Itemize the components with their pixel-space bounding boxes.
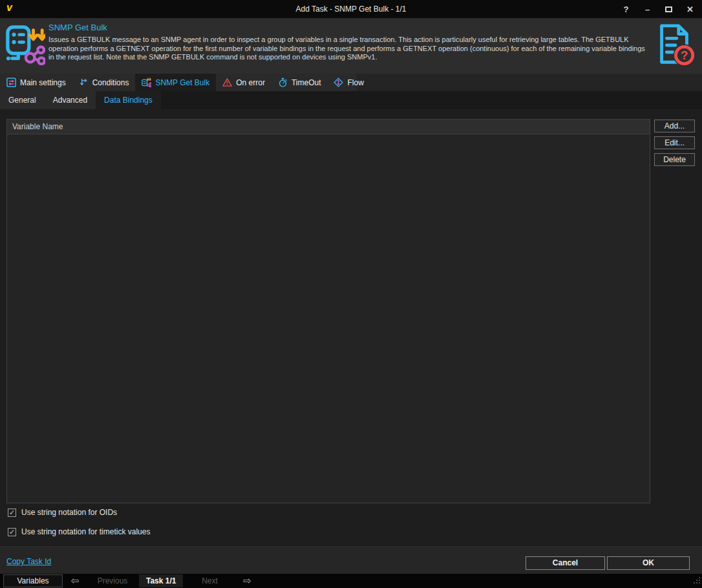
variable-table[interactable]: Variable Name [6, 119, 650, 503]
variables-button[interactable]: Variables [3, 574, 63, 587]
cancel-button[interactable]: Cancel [526, 556, 605, 570]
main-tab-strip: Main settings Conditions [0, 74, 357, 91]
add-button[interactable]: Add... [654, 120, 695, 132]
tab-label: On error [236, 78, 265, 87]
variable-name-column-header[interactable]: Variable Name [7, 120, 650, 134]
task-header: SNMP Get Bulk Issues a GETBULK message t… [0, 18, 702, 74]
minimize-icon[interactable]: – [637, 0, 658, 18]
tab-label: Main settings [20, 78, 66, 87]
delete-button[interactable]: Delete [654, 153, 695, 166]
copy-task-id-link[interactable]: Copy Task Id [6, 557, 51, 566]
close-icon[interactable]: ✕ [679, 0, 701, 18]
oid-notation-label: Use string notation for OIDs [21, 508, 117, 517]
sub-tab-bar: General Advanced Data Bindings [0, 91, 702, 109]
subtab-advanced[interactable]: Advanced [45, 91, 96, 109]
add-task-dialog: v Add Task - SNMP Get Bulk - 1/1 ? – ✕ [0, 0, 702, 588]
stopwatch-icon [278, 78, 288, 87]
task-navigation-bar: Variables ⇦ Previous Task 1/1 Next ⇨ [0, 574, 702, 588]
oid-notation-row: ✓ Use string notation for OIDs [8, 508, 117, 517]
task-pager: ⇦ Previous Task 1/1 Next ⇨ [64, 574, 258, 587]
oid-notation-checkbox[interactable]: ✓ [8, 509, 16, 517]
next-button[interactable]: Next [183, 576, 236, 585]
data-bindings-panel: Variable Name Add... Edit... Delete ✓ Us… [0, 109, 702, 547]
documentation-help-icon[interactable]: ? [652, 22, 697, 71]
ok-button[interactable]: OK [607, 556, 690, 570]
snmp-mini-icon [142, 78, 151, 87]
snmp-task-icon [5, 25, 45, 68]
previous-arrow-icon[interactable]: ⇦ [64, 575, 86, 587]
current-task-tab[interactable]: Task 1/1 [139, 574, 183, 587]
tab-label: TimeOut [292, 78, 321, 87]
timetick-notation-label: Use string notation for timetick values [21, 527, 150, 536]
task-header-text: SNMP Get Bulk Issues a GETBULK message t… [48, 23, 650, 62]
next-arrow-icon[interactable]: ⇨ [236, 575, 258, 587]
variable-table-body[interactable] [7, 134, 650, 503]
task-title: SNMP Get Bulk [48, 23, 650, 32]
flow-diamond-icon [334, 78, 343, 87]
title-bar: v Add Task - SNMP Get Bulk - 1/1 ? – ✕ [0, 0, 702, 18]
window-controls: ? – ✕ [615, 0, 701, 18]
subtab-data-bindings[interactable]: Data Bindings [96, 91, 161, 109]
main-tab-bar: Main settings Conditions [0, 74, 702, 91]
timetick-notation-row: ✓ Use string notation for timetick value… [8, 527, 150, 536]
tab-label: SNMP Get Bulk [155, 78, 209, 87]
tab-conditions[interactable]: Conditions [72, 74, 136, 91]
edit-button[interactable]: Edit... [654, 136, 695, 149]
branch-arrow-icon [79, 78, 89, 87]
svg-text:?: ? [681, 48, 688, 62]
timetick-notation-checkbox[interactable]: ✓ [8, 528, 16, 536]
task-description: Issues a GETBULK message to an SNMP agen… [48, 36, 650, 62]
tab-flow[interactable]: Flow [327, 74, 370, 91]
tab-on-error[interactable]: On error [216, 74, 271, 91]
resize-grip[interactable] [693, 575, 701, 587]
settings-sliders-icon [6, 78, 16, 87]
subtab-general[interactable]: General [0, 91, 45, 109]
visualcron-logo-icon: v [6, 2, 12, 14]
previous-button[interactable]: Previous [86, 576, 139, 585]
tab-timeout[interactable]: TimeOut [271, 74, 328, 91]
maximize-box [665, 6, 672, 12]
tab-label: Conditions [92, 78, 129, 87]
tab-label: Flow [347, 78, 363, 87]
tab-snmp-get-bulk[interactable]: SNMP Get Bulk [135, 74, 216, 91]
window-title: Add Task - SNMP Get Bulk - 1/1 [0, 5, 702, 14]
help-icon[interactable]: ? [615, 0, 637, 18]
error-warning-icon [222, 78, 232, 87]
dialog-footer: Copy Task Id Cancel OK [0, 548, 702, 574]
maximize-icon[interactable] [658, 0, 679, 18]
sub-tab-strip: General Advanced [0, 91, 96, 109]
tab-main-settings[interactable]: Main settings [0, 74, 72, 91]
